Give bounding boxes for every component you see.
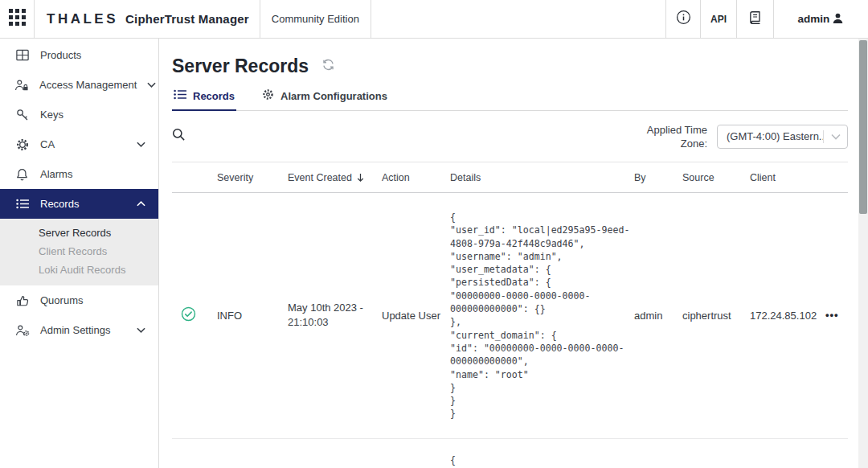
- page-title: Server Records: [172, 55, 309, 77]
- event-created-cell: May 10th 2023 - 21:10:03: [288, 301, 382, 330]
- sidebar-item-label: Admin Settings: [40, 324, 126, 336]
- sidebar-item-products[interactable]: Products: [0, 40, 158, 70]
- column-header-client: Client: [750, 172, 825, 183]
- top-bar: THALES CipherTrust Manager Community Edi…: [0, 0, 868, 39]
- success-check-icon: [181, 306, 196, 324]
- gear-icon: [262, 88, 274, 103]
- tab-alarm-configurations[interactable]: Alarm Configurations: [260, 84, 389, 110]
- sidebar-item-records[interactable]: Records: [0, 189, 158, 219]
- chevron-down-icon: [137, 142, 145, 147]
- sidebar-item-label: Records: [40, 198, 126, 210]
- severity-cell: INFO: [217, 310, 288, 322]
- column-header-by: By: [634, 172, 682, 183]
- topbar-spacer: [371, 0, 665, 38]
- chevron-down-icon: [824, 133, 847, 140]
- search-button[interactable]: [172, 128, 186, 145]
- vertical-scrollbar-thumb[interactable]: [859, 40, 867, 214]
- submenu-item-loki-audit-records[interactable]: Loki Audit Records: [0, 261, 158, 279]
- username-label: admin: [798, 13, 830, 25]
- refresh-button[interactable]: [321, 59, 335, 74]
- thales-wordmark: THALES: [47, 11, 118, 27]
- sidebar-item-label: Products: [40, 49, 145, 61]
- certificate-authority-icon: [14, 138, 30, 151]
- submenu-item-client-records[interactable]: Client Records: [0, 242, 158, 261]
- column-header-details: Details: [450, 172, 634, 183]
- book-icon: [748, 10, 762, 28]
- tab-label: Records: [193, 90, 235, 102]
- sort-descending-icon: [357, 173, 364, 183]
- by-cell: admin: [634, 310, 682, 322]
- table-toolbar: Applied Time Zone: (GMT-4:00) Eastern...: [172, 111, 848, 162]
- main-content: Server Records Records Alarm Configurati…: [159, 39, 868, 468]
- list-icon: [14, 199, 30, 209]
- sidebar-item-ca[interactable]: CA: [0, 129, 158, 159]
- tab-bar: Records Alarm Configurations: [172, 84, 848, 111]
- action-cell: Update User: [382, 310, 450, 322]
- vertical-scrollbar-track[interactable]: [858, 39, 868, 468]
- table-row: { "user_id": "local|: [172, 439, 848, 468]
- edition-label: Community Edition: [260, 0, 371, 38]
- status-cell: [172, 306, 217, 324]
- sidebar-item-label: Quorums: [40, 294, 145, 306]
- timezone-select[interactable]: (GMT-4:00) Eastern...: [717, 125, 848, 149]
- product-name: CipherTrust Manager: [125, 12, 249, 26]
- sidebar-item-alarms[interactable]: Alarms: [0, 159, 158, 189]
- app-switcher-button[interactable]: [0, 0, 35, 38]
- chevron-down-icon: [147, 82, 156, 88]
- column-header-severity: Severity: [217, 172, 288, 183]
- sidebar-item-access-management[interactable]: Access Management: [0, 70, 158, 100]
- user-menu[interactable]: admin: [773, 0, 868, 38]
- submenu-item-server-records[interactable]: Server Records: [0, 224, 158, 242]
- sidebar-item-quorums[interactable]: Quorums: [0, 285, 158, 315]
- info-icon: [676, 10, 691, 28]
- products-icon: [14, 49, 30, 61]
- sidebar-item-label: Access Management: [39, 79, 137, 91]
- source-cell: ciphertrust: [682, 310, 750, 322]
- chevron-down-icon: [137, 327, 145, 333]
- user-icon: [832, 12, 844, 27]
- sidebar-item-label: CA: [40, 138, 126, 150]
- waffle-icon: [9, 9, 26, 29]
- info-button[interactable]: [665, 0, 700, 38]
- thumbs-up-icon: [14, 294, 30, 307]
- search-icon: [172, 128, 186, 145]
- bell-icon: [14, 168, 30, 181]
- details-cell: { "user_id": "local|ed295a95-9eed- 4808-…: [450, 211, 634, 421]
- row-actions-menu-button[interactable]: •••: [825, 311, 848, 319]
- column-header-event-created[interactable]: Event Created: [288, 172, 382, 183]
- refresh-icon: [321, 59, 335, 74]
- column-header-label: Event Created: [288, 172, 352, 183]
- sidebar: Products Access Management Keys CA Alarm…: [0, 39, 159, 468]
- sidebar-item-admin-settings[interactable]: Admin Settings: [0, 315, 158, 345]
- list-icon: [174, 89, 186, 102]
- tab-label: Alarm Configurations: [280, 90, 387, 102]
- tab-records[interactable]: Records: [172, 84, 236, 110]
- table-row: INFO May 10th 2023 - 21:10:03 Update Use…: [172, 193, 848, 439]
- details-cell: { "user_id": "local|: [450, 454, 634, 468]
- key-icon: [14, 109, 30, 121]
- user-gear-icon: [14, 324, 30, 337]
- brand-logo[interactable]: THALES CipherTrust Manager: [35, 0, 260, 38]
- user-lock-icon: [14, 79, 29, 92]
- chevron-up-icon: [137, 201, 145, 207]
- column-header-source: Source: [682, 172, 750, 183]
- documentation-button[interactable]: [736, 0, 773, 38]
- records-submenu: Server Records Client Records Loki Audit…: [0, 219, 158, 285]
- table-header-row: Severity Event Created Action Details By…: [172, 162, 848, 193]
- sidebar-item-keys[interactable]: Keys: [0, 100, 158, 129]
- client-cell: 172.24.85.102: [750, 310, 825, 322]
- timezone-value: (GMT-4:00) Eastern...: [718, 130, 823, 142]
- sidebar-item-label: Keys: [40, 109, 145, 121]
- timezone-label: Applied Time Zone:: [638, 123, 707, 150]
- api-button[interactable]: API: [700, 0, 736, 38]
- sidebar-item-label: Alarms: [40, 168, 145, 180]
- column-header-action: Action: [382, 172, 450, 183]
